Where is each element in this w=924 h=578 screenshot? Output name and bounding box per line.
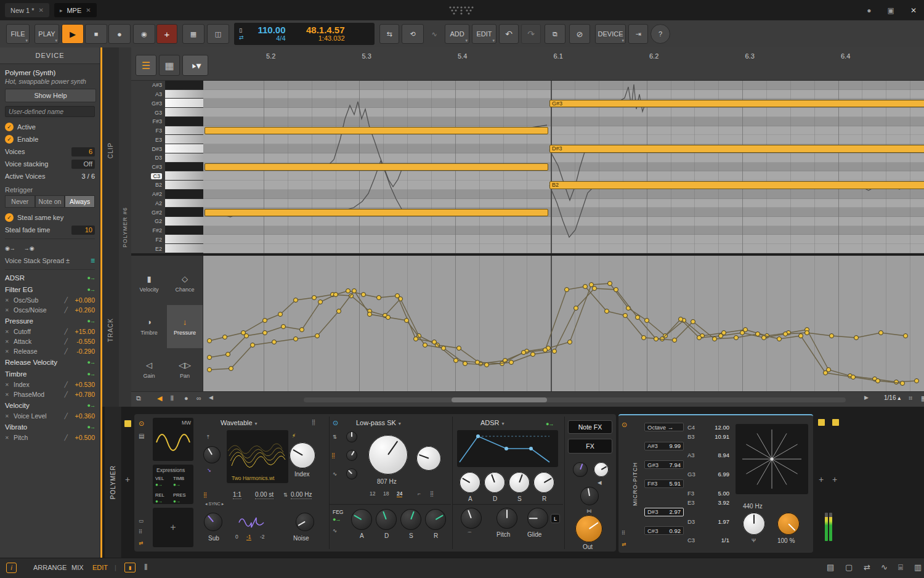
- output-gain-knob[interactable]: [575, 515, 602, 542]
- piano-key-row[interactable]: G#2: [131, 208, 203, 217]
- filter-slope-12[interactable]: 12: [370, 490, 375, 497]
- pressure-point[interactable]: [362, 293, 366, 297]
- pressure-point[interactable]: [574, 306, 578, 311]
- pressure-point[interactable]: [337, 309, 341, 314]
- vibrato-knob[interactable]: [573, 462, 588, 477]
- mod-amount-value[interactable]: +0.360: [70, 412, 95, 420]
- device-power-icon[interactable]: ⊙: [622, 421, 627, 429]
- mod-target-row[interactable]: ✕Pitch╱+0.500: [5, 433, 95, 442]
- device-color-tag[interactable]: [124, 420, 131, 427]
- expression-source-rel[interactable]: REL●→: [155, 492, 173, 504]
- piano-key[interactable]: [165, 163, 203, 172]
- piano-key[interactable]: [165, 81, 203, 90]
- scroll-right-icon[interactable]: ▶: [864, 394, 869, 401]
- piano-key[interactable]: [165, 244, 203, 253]
- piano-key-row[interactable]: A#3: [131, 81, 203, 90]
- pressure-point[interactable]: [463, 362, 468, 366]
- mixer-panel-toggle-icon[interactable]: ⫴: [144, 563, 147, 572]
- pan-env-knob[interactable]: [580, 487, 599, 505]
- pitch-row-a3[interactable]: A38.94: [685, 451, 732, 460]
- midi-note[interactable]: G#3: [549, 100, 924, 107]
- filter-slope-24[interactable]: 24: [397, 490, 402, 497]
- panel-toggle-icon[interactable]: ▭: [139, 518, 144, 524]
- pressure-point[interactable]: [623, 314, 628, 318]
- env-knob-a[interactable]: [351, 509, 372, 530]
- pressure-point[interactable]: [894, 380, 899, 385]
- pressure-point[interactable]: [263, 319, 267, 323]
- preset-browser-icon[interactable]: ▤: [139, 433, 144, 439]
- pitch-value[interactable]: 9.99: [670, 442, 681, 449]
- close-icon[interactable]: ✕: [39, 7, 44, 14]
- piano-key-row[interactable]: F2: [131, 235, 203, 244]
- pitch-value[interactable]: 7.94: [670, 462, 681, 468]
- pressure-point[interactable]: [223, 335, 227, 340]
- pressure-point[interactable]: [294, 337, 298, 341]
- pitch-row-ds3[interactable]: D#32.97: [644, 508, 684, 516]
- piano-key-row[interactable]: F#3: [131, 117, 203, 126]
- mod-source-header[interactable]: Timbre●→: [5, 368, 95, 380]
- glide-knob[interactable]: [527, 508, 548, 529]
- grid-view-button[interactable]: ▦: [159, 55, 180, 76]
- pressure-point[interactable]: [442, 346, 446, 351]
- checkbox-icon[interactable]: ✓: [5, 123, 14, 131]
- retrigger-option-never[interactable]: Never: [5, 195, 35, 208]
- device-menu-button[interactable]: DEVICE▾: [595, 24, 626, 44]
- pitch-value[interactable]: 6.99: [718, 471, 730, 478]
- piano-key[interactable]: [165, 226, 203, 235]
- steal-same-key-row[interactable]: ✓ Steal same key: [5, 211, 95, 224]
- remove-mod-icon[interactable]: ✕: [5, 435, 11, 441]
- expression-tab-chance[interactable]: ◇Chance: [167, 262, 203, 305]
- fx-button[interactable]: FX: [568, 439, 612, 454]
- fill-mode-button[interactable]: ▦: [182, 24, 205, 44]
- note-grid[interactable]: G#3D#3B2: [203, 81, 924, 253]
- transport-display[interactable]: ▯ ⇄ 110.00 4/4 48.1.4.57 1:43.032: [234, 23, 375, 45]
- lane-strip[interactable]: POLYMER #6: [119, 47, 132, 407]
- pressure-point[interactable]: [272, 340, 277, 344]
- pressure-point[interactable]: [642, 336, 646, 340]
- display-mode-icons[interactable]: ▯ ⇄: [239, 28, 244, 41]
- filter-power-icon[interactable]: ⊙: [333, 419, 338, 427]
- mod-amount-value[interactable]: +0.780: [70, 391, 95, 398]
- undo-button[interactable]: ↶: [499, 24, 519, 44]
- pressure-point[interactable]: [208, 368, 212, 372]
- pressure-point[interactable]: [553, 349, 557, 354]
- pressure-point[interactable]: [229, 367, 233, 371]
- mod-source-header[interactable]: Pressure●→: [5, 315, 95, 327]
- pressure-point[interactable]: [352, 289, 357, 293]
- piano-key[interactable]: [165, 153, 203, 163]
- pitch-value[interactable]: 5.91: [670, 480, 681, 487]
- pitch-env-knob[interactable]: [496, 508, 517, 529]
- piano-key[interactable]: [165, 235, 203, 244]
- pitch-row-gs3[interactable]: G#37.94: [644, 460, 684, 469]
- mod-amount-value[interactable]: +0.080: [70, 296, 95, 304]
- transport-play-button[interactable]: ▶: [62, 24, 84, 44]
- show-help-button[interactable]: Show Help: [5, 89, 96, 102]
- filter-resonance-knob[interactable]: [416, 446, 441, 471]
- index-mod-icon[interactable]: ⚡: [292, 433, 296, 439]
- scroll-left-icon[interactable]: ◀: [209, 394, 213, 401]
- env-knob-s[interactable]: [509, 472, 530, 493]
- pressure-point[interactable]: [395, 294, 400, 298]
- pitch-row-e3[interactable]: E33.92: [685, 498, 732, 507]
- expression-tab-timbre[interactable]: ◑Timbre: [131, 305, 167, 348]
- pressure-point[interactable]: [697, 336, 702, 340]
- keyboard-panel-icon[interactable]: ⌸: [898, 563, 903, 572]
- pressure-point[interactable]: [509, 360, 514, 365]
- pressure-point[interactable]: [312, 296, 317, 300]
- file-menu-button[interactable]: FILE▾: [6, 24, 30, 44]
- sub-level-knob[interactable]: [204, 513, 222, 531]
- mod-amount-value[interactable]: -0.550: [70, 338, 95, 345]
- octave-header[interactable]: Octave →: [644, 423, 684, 431]
- mod-target-row[interactable]: ✕Attack╱-0.550: [5, 336, 95, 346]
- mix-view-button[interactable]: MIX: [71, 564, 84, 571]
- detail-panel-toggle-icon[interactable]: ▮: [124, 563, 136, 572]
- envelope-display[interactable]: [457, 430, 558, 467]
- pressure-point[interactable]: [805, 331, 809, 335]
- piano-key-row[interactable]: F#2: [131, 226, 203, 235]
- pressure-point[interactable]: [915, 379, 919, 383]
- remove-mod-icon[interactable]: ✕: [5, 307, 11, 313]
- mod-target-row[interactable]: ✕Release╱-0.290: [5, 346, 95, 356]
- midi-note[interactable]: D#3: [549, 145, 924, 152]
- close-window-icon[interactable]: ✕: [910, 6, 917, 15]
- mod-source-header[interactable]: Velocity●→: [5, 399, 95, 411]
